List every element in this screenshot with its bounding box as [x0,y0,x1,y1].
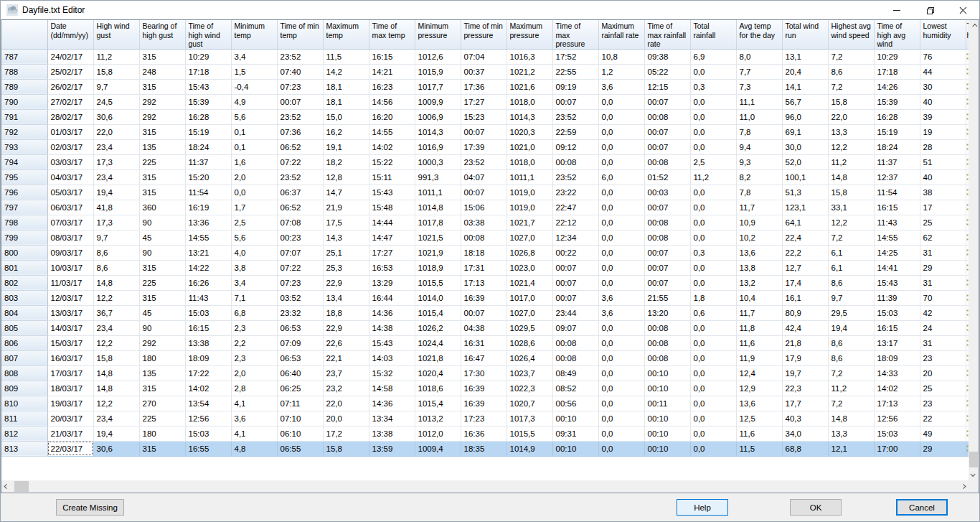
cell[interactable]: 0,0 [690,320,736,335]
cell[interactable]: 11:54 [874,185,920,200]
row-number-cell[interactable]: 803 [1,290,47,305]
cell[interactable]: 06:10 [277,426,323,441]
cell[interactable]: 05:22 [644,64,690,79]
cell[interactable]: 11,6 [736,335,782,350]
cell[interactable]: 08:49 [552,365,598,381]
cell[interactable]: 6,9 [690,49,736,64]
cell[interactable]: 45 [139,305,185,320]
cell[interactable]: 17:31 [461,260,507,275]
cell[interactable]: 68,8 [782,441,828,456]
cell[interactable]: 22,6 [323,335,369,350]
cell[interactable]: 10,4 [736,290,782,305]
cell[interactable]: 17:27 [369,245,415,260]
minimize-button[interactable] [880,1,913,19]
row-number-cell[interactable]: 805 [1,320,47,335]
cell[interactable]: 33,1 [828,200,874,215]
cell[interactable]: 11:54 [185,185,231,200]
cell[interactable]: 180 [139,426,185,441]
cell[interactable]: 0,0 [690,426,736,441]
cell[interactable]: 14,8 [93,381,139,396]
cell[interactable]: 11,7 [736,305,782,320]
cell[interactable]: 5,6 [231,230,277,245]
cell[interactable]: 10:29 [874,49,920,64]
cell[interactable]: 23 [920,396,966,411]
row-number-cell[interactable]: 802 [1,275,47,290]
cell[interactable]: 292 [139,94,185,109]
cell[interactable]: 00:07 [644,94,690,109]
cell[interactable]: 15:03 [874,426,920,441]
row-number-cell[interactable]: 801 [1,260,47,275]
cell[interactable]: 11,1 [736,94,782,109]
cell[interactable]: 0,6 [690,305,736,320]
cell[interactable]: 12,2 [93,396,139,411]
row-number-cell[interactable]: 795 [1,169,47,185]
cell[interactable]: 1009,4 [415,441,461,456]
cell[interactable]: 12,7 [782,260,828,275]
cell[interactable]: 07:40 [277,64,323,79]
cell[interactable]: 1028,6 [507,335,552,350]
cell[interactable]: 1014,8 [415,200,461,215]
cell[interactable]: 8,0 [736,49,782,64]
cell[interactable]: 22:47 [552,200,598,215]
cell[interactable]: 31 [920,335,966,350]
cell[interactable]: 26/02/17 [47,79,93,94]
cell[interactable]: 56,7 [782,94,828,109]
cell[interactable]: 23 [920,350,966,365]
cell[interactable]: 00:08 [644,230,690,245]
cell[interactable]: 12,5 [736,411,782,426]
cell[interactable]: 1015,5 [415,275,461,290]
cell[interactable]: 0,0 [598,245,644,260]
cell[interactable]: 30,6 [93,441,139,456]
cell[interactable]: 100,1 [782,169,828,185]
cell[interactable]: 12,2 [93,335,139,350]
cell[interactable]: 13:38 [185,335,231,350]
cell[interactable]: 00:07 [552,275,598,290]
cell[interactable]: 1016,3 [507,49,552,64]
cell[interactable]: 16:26 [185,275,231,290]
cell[interactable]: 0,0 [598,426,644,441]
cell[interactable]: 14/03/17 [47,320,93,335]
cell[interactable]: 1021,9 [415,245,461,260]
cell[interactable]: 0,0 [598,154,644,169]
cell[interactable]: 1012,6 [415,49,461,64]
cell[interactable]: 00:10 [644,411,690,426]
cell[interactable]: 0,3 [690,79,736,94]
cell[interactable]: 21,8 [782,335,828,350]
cell[interactable]: 22/03/17 [47,441,93,456]
cell[interactable]: 16:28 [874,109,920,124]
horizontal-scrollbar[interactable] [1,480,969,493]
cell[interactable]: 0,1 [231,139,277,154]
cell[interactable]: 00:07 [461,305,507,320]
cell[interactable]: 3,8 [231,260,277,275]
cell[interactable]: 00:03 [644,185,690,200]
cell[interactable]: 42 [920,305,966,320]
cell[interactable]: 15:43 [874,275,920,290]
cell[interactable]: 12:37 [874,169,920,185]
cell[interactable]: 80,9 [782,305,828,320]
scroll-left-button[interactable] [1,480,14,493]
cell[interactable]: 14:41 [874,260,920,275]
cell[interactable]: 18,1 [323,79,369,94]
cell[interactable]: 15:22 [369,154,415,169]
cell[interactable]: 17:30 [461,365,507,381]
cell[interactable]: 64,1 [782,215,828,230]
cell[interactable]: 21:55 [644,290,690,305]
cell[interactable]: 13,6 [736,245,782,260]
cell[interactable]: 18,8 [323,305,369,320]
cell[interactable]: 1,8 [690,290,736,305]
cell[interactable]: 22,0 [93,124,139,139]
cell[interactable]: 270 [139,396,185,411]
cell[interactable]: 14,1 [782,79,828,94]
cell[interactable]: 16:39 [461,290,507,305]
cell[interactable]: 315 [139,290,185,305]
cell[interactable]: 15:06 [461,200,507,215]
titlebar[interactable]: Dayfile.txt Editor [1,1,979,19]
cell[interactable]: 12:34 [552,230,598,245]
cell[interactable]: 123,1 [782,200,828,215]
cell[interactable]: 14,8 [828,411,874,426]
cell[interactable]: 1012,0 [415,426,461,441]
cell[interactable]: 00:08 [552,350,598,365]
cell[interactable]: 7,8 [736,185,782,200]
cell[interactable]: 17:18 [874,64,920,79]
restore-button[interactable] [913,1,946,19]
